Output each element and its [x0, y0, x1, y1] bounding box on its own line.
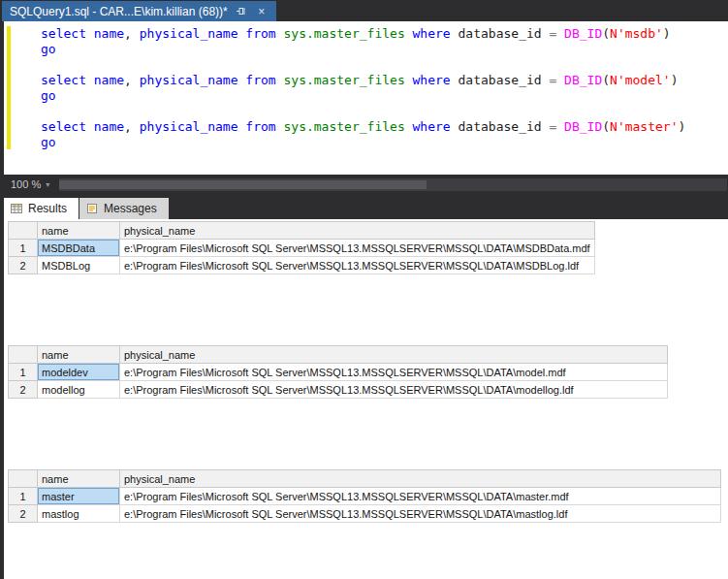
column-header-name[interactable]: name — [38, 470, 120, 488]
sql-token: N'msdb' — [610, 26, 663, 41]
sql-token: where — [413, 119, 451, 134]
zoom-value: 100 % — [11, 178, 41, 190]
sql-token: sys.master_files — [283, 119, 404, 134]
cell-name[interactable]: master — [38, 488, 120, 505]
sql-token: where — [413, 26, 451, 41]
tab-results-label: Results — [28, 202, 67, 215]
zoom-control[interactable]: 100 % ▾ — [4, 175, 56, 194]
result-set-3: namephysical_name1mastere:\Program Files… — [8, 469, 728, 579]
sql-token: select — [41, 119, 94, 134]
editor-statusbar: 100 % ▾ — [4, 175, 728, 194]
document-tabstrip: SQLQuery1.sql - CAR...E\kim.killian (68)… — [0, 0, 728, 21]
cell-physical-name[interactable]: e:\Program Files\Microsoft SQL Server\MS… — [120, 505, 721, 523]
results-tabstrip: Results Messages — [0, 194, 728, 219]
chevron-down-icon: ▾ — [46, 180, 49, 189]
sql-token — [556, 119, 564, 134]
row-header-2[interactable]: 2 — [9, 381, 38, 399]
sql-token — [405, 119, 413, 134]
code-line — [41, 104, 728, 119]
sql-token: go — [41, 88, 56, 103]
sql-token: where — [413, 73, 451, 87]
result-grid-2: namephysical_name1modeldeve:\Program Fil… — [8, 345, 668, 399]
sql-token — [451, 73, 459, 87]
cell-physical-name[interactable]: e:\Program Files\Microsoft SQL Server\MS… — [120, 364, 668, 381]
tab-messages[interactable]: Messages — [79, 198, 169, 219]
sql-editor[interactable]: select name, physical_name from sys.mast… — [4, 21, 728, 175]
sql-token: database_id — [459, 26, 542, 41]
cell-physical-name[interactable]: e:\Program Files\Microsoft SQL Server\MS… — [120, 240, 595, 257]
cell-name[interactable]: modellog — [38, 381, 120, 399]
sql-token: from — [245, 119, 275, 134]
sql-token: N'model' — [610, 73, 671, 87]
sql-token: name — [94, 119, 124, 134]
sql-token: from — [245, 73, 275, 87]
sql-token: select — [41, 26, 94, 41]
sql-token: ) — [671, 73, 679, 87]
tab-messages-label: Messages — [104, 202, 157, 215]
sql-token: , — [124, 26, 140, 41]
cell-name[interactable]: MSDBLog — [38, 257, 120, 274]
results-grid-icon — [11, 203, 22, 214]
horizontal-scrollbar[interactable] — [59, 178, 727, 191]
column-header-name[interactable]: name — [38, 346, 120, 364]
grid-header-row: namephysical_name — [9, 346, 668, 364]
sql-token: name — [94, 73, 124, 87]
column-header-physical_name[interactable]: physical_name — [120, 346, 668, 364]
sql-token — [451, 119, 459, 134]
sql-token: DB_ID — [564, 26, 602, 41]
sql-token: ) — [663, 26, 671, 41]
column-header-physical_name[interactable]: physical_name — [120, 470, 721, 488]
code-line: go — [41, 135, 728, 150]
row-header-2[interactable]: 2 — [9, 505, 38, 523]
row-header-2[interactable]: 2 — [9, 257, 38, 274]
pin-icon[interactable] — [235, 5, 248, 18]
sql-token: N'master' — [610, 119, 678, 134]
tab-results[interactable]: Results — [4, 198, 79, 219]
grid-header-row: namephysical_name — [9, 222, 595, 240]
sql-token — [556, 73, 564, 87]
close-icon[interactable]: × — [255, 5, 269, 18]
sql-token: ( — [602, 73, 610, 87]
cell-physical-name[interactable]: e:\Program Files\Microsoft SQL Server\MS… — [120, 381, 668, 399]
sql-token: select — [41, 73, 94, 87]
row-header-1[interactable]: 1 — [9, 364, 38, 381]
result-set-2: namephysical_name1modeldeve:\Program Fil… — [8, 345, 728, 469]
result-set-1: namephysical_name1MSDBDatae:\Program Fil… — [8, 221, 728, 345]
scrollbar-thumb[interactable] — [59, 180, 427, 189]
sql-token: physical_name — [140, 73, 238, 87]
row-header-1[interactable]: 1 — [9, 488, 38, 505]
sql-token: sys.master_files — [283, 26, 404, 41]
select-all-corner[interactable] — [9, 346, 38, 364]
sql-token — [405, 73, 413, 87]
row-header-1[interactable]: 1 — [9, 240, 38, 257]
grid-row-2: 2modelloge:\Program Files\Microsoft SQL … — [9, 381, 668, 399]
code-line: select name, physical_name from sys.mast… — [41, 73, 728, 88]
cell-name[interactable]: mastlog — [38, 505, 120, 523]
ssms-window: SQLQuery1.sql - CAR...E\kim.killian (68)… — [0, 0, 728, 579]
grid-row-2: 2mastloge:\Program Files\Microsoft SQL S… — [9, 505, 721, 523]
cell-name[interactable]: modeldev — [38, 364, 120, 381]
column-header-name[interactable]: name — [38, 222, 120, 240]
column-header-physical_name[interactable]: physical_name — [120, 222, 595, 240]
sql-token: , — [124, 73, 140, 87]
grid-row-1: 1modeldeve:\Program Files\Microsoft SQL … — [9, 364, 668, 381]
messages-icon — [86, 203, 98, 214]
sql-token: database_id — [459, 119, 542, 134]
cell-physical-name[interactable]: e:\Program Files\Microsoft SQL Server\MS… — [120, 488, 721, 505]
cell-physical-name[interactable]: e:\Program Files\Microsoft SQL Server\MS… — [120, 257, 595, 274]
code-area: select name, physical_name from sys.mast… — [4, 21, 728, 150]
sql-token: from — [245, 26, 275, 41]
document-tab-sqlquery1[interactable]: SQLQuery1.sql - CAR...E\kim.killian (68)… — [2, 1, 276, 21]
sql-token — [451, 26, 459, 41]
select-all-corner[interactable] — [9, 222, 38, 240]
change-tracking-bar — [7, 26, 11, 149]
result-grid-1: namephysical_name1MSDBDatae:\Program Fil… — [8, 221, 595, 274]
grid-header-row: namephysical_name — [9, 470, 721, 488]
sql-token: , — [124, 119, 140, 134]
sql-token: name — [94, 26, 124, 41]
sql-token — [405, 26, 413, 41]
sql-token — [556, 26, 564, 41]
cell-name[interactable]: MSDBData — [38, 240, 120, 257]
grid-row-2: 2MSDBLoge:\Program Files\Microsoft SQL S… — [9, 257, 595, 274]
select-all-corner[interactable] — [9, 470, 38, 488]
